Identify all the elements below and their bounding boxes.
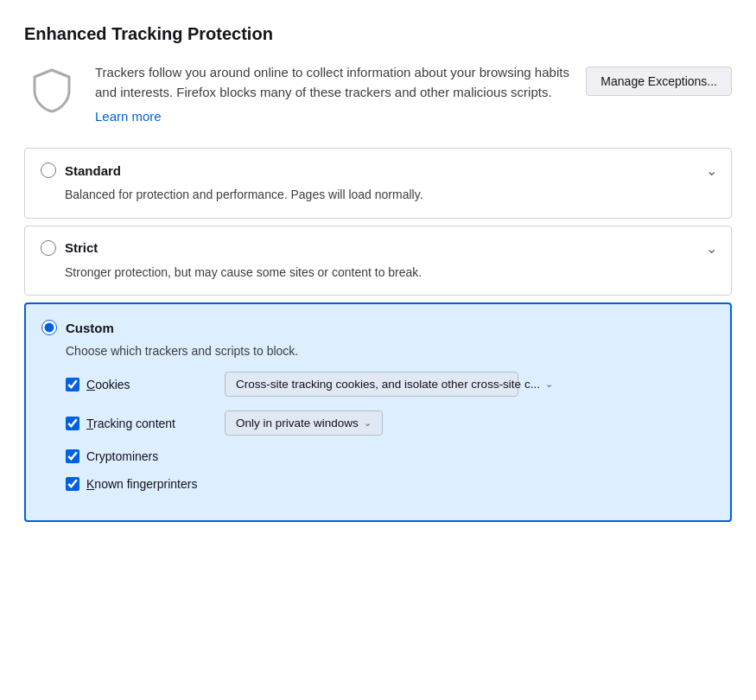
custom-option-label: Custom bbox=[66, 321, 114, 335]
tracking-content-row: Tracking content Only in private windows… bbox=[41, 410, 715, 436]
standard-option-card: Standard Balanced for protection and per… bbox=[24, 148, 732, 219]
cookies-dropdown-label: Cross-site tracking cookies, and isolate… bbox=[236, 378, 540, 391]
shield-icon bbox=[24, 63, 79, 118]
cryptominers-checkbox[interactable] bbox=[66, 449, 79, 463]
cryptominers-text: Cryptominers bbox=[86, 449, 158, 463]
tracking-content-dropdown-arrow: ⌄ bbox=[364, 417, 372, 429]
cookies-dropdown-arrow: ⌄ bbox=[545, 379, 553, 390]
strict-radio[interactable] bbox=[41, 240, 56, 256]
page-title: Enhanced Tracking Protection bbox=[24, 24, 732, 44]
custom-option-description: Choose which trackers and scripts to blo… bbox=[41, 344, 715, 358]
intro-section: Trackers follow you around online to col… bbox=[24, 63, 732, 124]
manage-exceptions-button[interactable]: Manage Exceptions... bbox=[586, 67, 732, 96]
tracking-content-dropdown-label: Only in private windows bbox=[236, 417, 359, 430]
standard-radio[interactable] bbox=[41, 162, 56, 178]
cookies-text: Cookies bbox=[86, 378, 130, 391]
known-fingerprinters-text: Known fingerprinters bbox=[86, 477, 197, 491]
cookies-row: Cookies Cross-site tracking cookies, and… bbox=[41, 372, 715, 397]
cookies-dropdown[interactable]: Cross-site tracking cookies, and isolate… bbox=[225, 372, 518, 397]
custom-radio[interactable] bbox=[41, 320, 57, 335]
standard-option-description: Balanced for protection and performance.… bbox=[41, 187, 715, 204]
strict-option-card: Strict Stronger protection, but may caus… bbox=[24, 226, 732, 296]
intro-text: Trackers follow you around online to col… bbox=[95, 63, 570, 124]
learn-more-link[interactable]: Learn more bbox=[95, 109, 162, 124]
tracking-content-label: Tracking content bbox=[66, 417, 204, 430]
chevron-down-icon: ⌄ bbox=[706, 162, 717, 179]
tracking-content-checkbox[interactable] bbox=[66, 417, 79, 430]
cookies-checkbox[interactable] bbox=[66, 378, 79, 391]
known-fingerprinters-row: Known fingerprinters bbox=[41, 477, 715, 491]
chevron-down-icon-strict: ⌄ bbox=[706, 240, 717, 257]
cookies-label: Cookies bbox=[66, 378, 204, 391]
strict-option-description: Stronger protection, but may cause some … bbox=[41, 264, 715, 282]
strict-option-label: Strict bbox=[65, 240, 98, 255]
standard-option-header: Standard bbox=[41, 162, 715, 178]
strict-option-header: Strict bbox=[41, 240, 715, 256]
tracking-content-text: Tracking content bbox=[86, 417, 175, 430]
known-fingerprinters-checkbox[interactable] bbox=[66, 477, 79, 491]
standard-option-label: Standard bbox=[65, 163, 121, 178]
cryptominers-row: Cryptominers bbox=[41, 449, 715, 463]
custom-option-header: Custom bbox=[41, 320, 715, 335]
custom-option-card: Custom Choose which trackers and scripts… bbox=[24, 302, 732, 522]
tracking-content-dropdown[interactable]: Only in private windows ⌄ bbox=[225, 410, 383, 436]
intro-description: Trackers follow you around online to col… bbox=[95, 63, 570, 102]
